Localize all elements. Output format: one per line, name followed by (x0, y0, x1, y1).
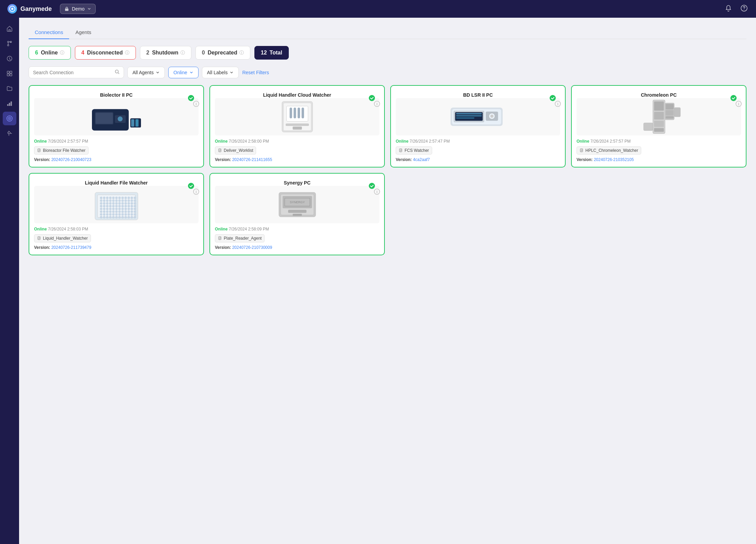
device-card-bd-lsr-ii-pc[interactable]: BD LSR II PC Online 7/26/2024 2:57:47 PM (390, 85, 566, 167)
device-agent-badge[interactable]: Deliver_Worklist (215, 146, 256, 155)
tab-connections[interactable]: Connections (29, 26, 69, 39)
folder-icon (6, 85, 13, 92)
svg-point-112 (103, 205, 105, 207)
svg-rect-60 (654, 101, 664, 111)
status-card-shutdown[interactable]: 2 Shutdown ⓘ (140, 46, 191, 60)
svg-point-71 (188, 183, 194, 189)
help-button[interactable] (739, 3, 749, 15)
sidebar-item-git[interactable] (3, 37, 16, 50)
svg-point-5 (744, 10, 744, 10)
sidebar-item-files[interactable] (3, 82, 16, 95)
svg-point-98 (133, 199, 136, 202)
svg-point-86 (133, 197, 136, 199)
info-icon[interactable] (555, 101, 561, 108)
info-icon[interactable] (374, 189, 380, 196)
device-image (34, 98, 199, 135)
svg-rect-61 (654, 112, 664, 120)
svg-point-143 (124, 211, 126, 213)
file-icon (580, 148, 584, 153)
svg-rect-42 (293, 127, 302, 130)
device-card-header: Chromeleon PC (577, 91, 741, 98)
status-online-text: Online (34, 227, 47, 231)
svg-point-169 (130, 216, 132, 218)
status-card-online[interactable]: 6 Online ⓘ (29, 46, 71, 60)
version-link[interactable]: 20240726-210352105 (594, 157, 634, 162)
svg-point-27 (117, 116, 122, 121)
total-label: Total (270, 50, 282, 56)
svg-rect-10 (7, 71, 9, 73)
svg-rect-51 (456, 115, 482, 117)
device-agent-badge[interactable]: HPLC_Chromeleon_Watcher (577, 146, 641, 155)
version-link[interactable]: 4ca2aaf7 (413, 157, 430, 162)
sidebar-item-plugins[interactable] (3, 127, 16, 140)
svg-point-128 (115, 208, 117, 210)
device-card-biolector-ii-pc[interactable]: Biolector II PC Online 7/26/2024 2:57:57… (29, 85, 204, 167)
svg-rect-16 (11, 101, 12, 106)
svg-point-138 (109, 211, 111, 213)
svg-point-146 (133, 211, 136, 213)
svg-point-153 (118, 213, 120, 215)
plugin-icon (6, 130, 13, 137)
device-name: Synergy PC (284, 180, 311, 186)
status-online-text: Online (34, 139, 47, 144)
version-link[interactable]: 20240726-210040723 (51, 157, 91, 162)
device-agent-badge[interactable]: Bioreactor File Watcher (34, 146, 89, 155)
status-card-disconnected[interactable]: 4 Disconnected ⓘ (75, 46, 136, 60)
status-card-deprecated[interactable]: 0 Deprecated ⓘ (195, 46, 250, 60)
info-icon[interactable] (736, 101, 742, 108)
svg-rect-66 (665, 110, 673, 115)
svg-point-77 (106, 197, 108, 199)
svg-point-139 (112, 211, 114, 213)
device-name: Liquid Handler File Watcher (85, 180, 148, 186)
version-link[interactable]: 20240726-210730009 (232, 245, 272, 250)
top-navigation: Ganymede Demo (0, 0, 756, 18)
home-icon (6, 25, 13, 32)
sidebar-item-home[interactable] (3, 22, 16, 35)
version-link[interactable]: 20240726-211739479 (51, 245, 91, 250)
svg-point-114 (109, 205, 111, 207)
bell-icon (725, 4, 732, 12)
online-filter-label: Online (173, 70, 187, 75)
sidebar-item-grid[interactable] (3, 67, 16, 80)
device-agent-badge[interactable]: Liquid_Handler_Watcher (34, 234, 91, 242)
status-timestamp: 7/26/2024 2:58:03 PM (48, 227, 88, 231)
svg-point-167 (124, 216, 126, 218)
workspace-selector[interactable]: Demo (60, 4, 96, 14)
reset-filters-button[interactable]: Reset Filters (242, 70, 269, 75)
svg-point-136 (103, 211, 105, 213)
status-card-total[interactable]: 12 Total (254, 46, 289, 60)
notification-button[interactable] (723, 3, 734, 15)
info-icon[interactable] (193, 101, 199, 108)
svg-point-129 (118, 208, 120, 210)
device-card-liquid-handler-cloud-watcher[interactable]: Liquid Handler Cloud Watcher Online 7/26… (209, 85, 385, 167)
total-count: 12 (261, 50, 267, 56)
svg-point-150 (109, 213, 111, 215)
search-input[interactable] (33, 70, 112, 75)
version-link[interactable]: 20240726-211411655 (232, 157, 272, 162)
device-card-liquid-handler-file-watcher[interactable]: Liquid Handler File Watcher Online 7/26/… (29, 173, 204, 255)
sidebar-item-connections[interactable] (3, 112, 16, 125)
sidebar-item-history[interactable] (3, 52, 16, 65)
svg-point-6 (7, 41, 9, 43)
status-online-text: Online (215, 139, 227, 144)
svg-point-84 (127, 197, 129, 199)
agent-name: Plate_Reader_Agent (224, 236, 262, 241)
svg-point-135 (100, 211, 102, 213)
status-timestamp: 7/26/2024 2:57:57 PM (48, 139, 88, 144)
svg-point-94 (121, 199, 123, 202)
svg-rect-14 (7, 104, 9, 106)
info-icon[interactable] (374, 101, 380, 108)
info-icon[interactable] (193, 189, 199, 196)
device-version: Version: 20240726-210040723 (34, 157, 199, 162)
device-agent-badge[interactable]: Plate_Reader_Agent (215, 234, 265, 242)
device-card-synergy-pc[interactable]: Synergy PC SYNERGY Online 7/26/2024 2:58… (209, 173, 385, 255)
device-agent-badge[interactable]: FCS Watcher (396, 146, 432, 155)
online-filter[interactable]: Online (168, 67, 198, 78)
svg-rect-41 (285, 124, 309, 126)
device-card-chromeleon-pc[interactable]: Chromeleon PC Online 7/26/2024 2:57:57 P… (571, 85, 746, 167)
all-labels-filter[interactable]: All Labels (202, 67, 239, 78)
search-box[interactable] (29, 66, 124, 78)
all-agents-filter[interactable]: All Agents (127, 67, 165, 78)
sidebar-item-charts[interactable] (3, 97, 16, 110)
tab-agents[interactable]: Agents (69, 26, 97, 39)
